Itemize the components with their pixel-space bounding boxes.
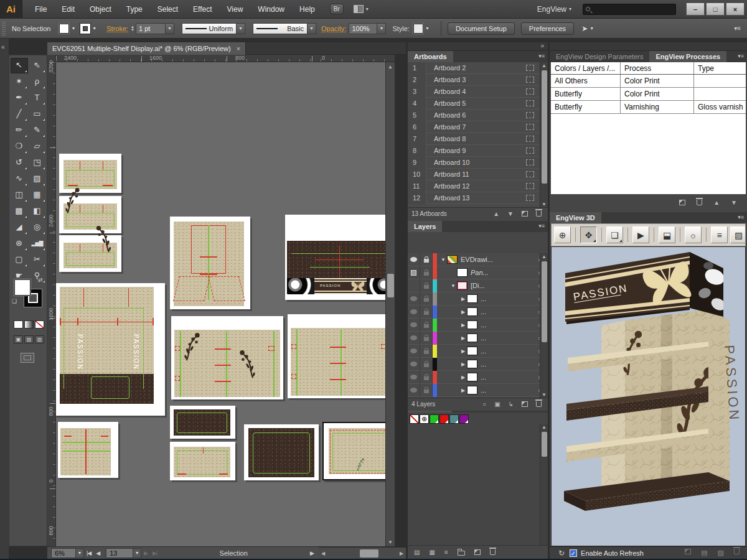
artboard-row[interactable]: 8Artboard 9 xyxy=(408,145,548,157)
chevron-down-icon[interactable]: ▼ xyxy=(71,26,75,30)
lighting-icon[interactable]: ☼ xyxy=(685,226,702,243)
artboard-canvas[interactable] xyxy=(244,424,319,480)
horizontal-ruler[interactable]: 240016008000 xyxy=(56,55,395,62)
tab-layers[interactable]: Layers xyxy=(408,221,442,232)
delete-swatch-icon[interactable] xyxy=(490,549,496,555)
scroll-up-icon[interactable]: ▲ xyxy=(386,62,395,71)
layer-row[interactable]: ▼[Di...○ xyxy=(408,279,548,292)
selection-tool[interactable]: ↖ xyxy=(11,58,28,73)
artboard-row[interactable]: 3Artboard 4 xyxy=(408,86,548,98)
processes-table[interactable]: Colors / Layers /...ProcessTypeAll Other… xyxy=(551,62,746,194)
layer-thumbnail[interactable] xyxy=(467,373,477,381)
scroll-up-icon[interactable]: ▲ xyxy=(540,61,548,70)
scrollbar-thumb[interactable] xyxy=(360,549,378,558)
delete-layer-icon[interactable] xyxy=(536,401,542,407)
pencil-tool[interactable]: ✎ xyxy=(29,123,46,138)
type-tool[interactable]: T xyxy=(29,90,46,106)
layer-name[interactable]: EVDrawi... xyxy=(461,256,532,263)
magic-wand-tool[interactable]: ✶ xyxy=(11,74,28,90)
vertical-ruler[interactable]: 3200240016008000800 xyxy=(47,62,56,546)
first-artboard-icon[interactable]: |◀ xyxy=(87,550,91,556)
visibility-toggle[interactable] xyxy=(408,306,420,319)
draw-inside-button[interactable]: ▥ xyxy=(35,335,44,343)
layers-icon[interactable]: ▤ xyxy=(701,549,707,557)
lock-toggle[interactable] xyxy=(420,332,433,345)
menu-select[interactable]: Select xyxy=(151,2,184,16)
close-tab-icon[interactable]: × xyxy=(237,45,240,52)
new-process-icon[interactable] xyxy=(679,200,685,205)
layer-name[interactable]: ... xyxy=(481,386,532,394)
column-header[interactable]: Colors / Layers /... xyxy=(551,62,621,74)
menu-file[interactable]: File xyxy=(29,2,53,16)
scroll-left-icon[interactable]: ◀ xyxy=(319,549,327,558)
visibility-toggle[interactable] xyxy=(408,332,420,345)
process-row[interactable]: ButterflyColor Print xyxy=(551,88,746,101)
document-setup-button[interactable]: Document Setup xyxy=(448,22,515,35)
artboard-icon[interactable] xyxy=(526,112,534,118)
down-icon[interactable]: ▼ xyxy=(731,199,737,206)
expand-icon[interactable]: ▶ xyxy=(459,296,467,302)
visibility-toggle[interactable] xyxy=(408,319,420,332)
delete-icon[interactable] xyxy=(734,549,740,554)
artboard-canvas[interactable] xyxy=(170,217,250,309)
lock-toggle[interactable] xyxy=(420,319,433,332)
blend-tool[interactable]: ◎ xyxy=(29,220,46,235)
lasso-tool[interactable]: ρ xyxy=(29,74,46,90)
artboard-canvas[interactable] xyxy=(170,442,235,480)
prev-artboard-icon[interactable]: ◀ xyxy=(96,550,100,556)
scroll-down-icon[interactable]: ▼ xyxy=(386,538,395,546)
panel-menu-icon[interactable]: ▾≡ xyxy=(538,53,545,59)
perspective-grid-tool[interactable]: ▦ xyxy=(29,187,46,203)
artboard-icon[interactable] xyxy=(526,77,534,83)
layer-thumbnail[interactable] xyxy=(457,268,467,277)
column-header[interactable]: Type xyxy=(694,62,746,74)
direct-selection-tool[interactable]: ⇖ xyxy=(29,58,46,73)
play-animation-icon[interactable]: ▶ xyxy=(632,226,649,243)
canvas-vertical-scrollbar[interactable]: ▲ ▼ xyxy=(385,62,395,546)
opacity-field[interactable]: 100% xyxy=(349,23,377,34)
artboard-canvas[interactable]: PASSION xyxy=(285,215,393,300)
menu-type[interactable]: Type xyxy=(120,2,149,16)
symbol-sprayer-tool[interactable]: ⊛ xyxy=(11,236,28,251)
mesh-tool[interactable]: ▩ xyxy=(11,203,28,219)
menu-view[interactable]: View xyxy=(221,2,250,16)
swatch-green[interactable] xyxy=(430,414,439,424)
layer-thumbnail[interactable] xyxy=(467,307,477,316)
expand-icon[interactable]: ▶ xyxy=(459,348,467,354)
none-button[interactable] xyxy=(35,320,44,329)
paintbrush-tool[interactable]: ✏ xyxy=(11,123,28,138)
artboard-icon[interactable] xyxy=(526,136,534,142)
solid-view-icon[interactable]: ❏ xyxy=(606,226,623,243)
color-button[interactable] xyxy=(14,320,23,329)
rotate-view-icon[interactable]: ✥ xyxy=(580,226,597,243)
layer-thumbnail[interactable] xyxy=(467,294,477,303)
fill-stroke-indicator[interactable]: ⇄ ❏ xyxy=(14,279,43,310)
shape-builder-tool[interactable]: ◫ xyxy=(11,187,28,203)
next-artboard-icon[interactable]: ▶ xyxy=(144,550,148,556)
artboard-icon[interactable] xyxy=(526,65,534,71)
move-down-icon[interactable]: ▼ xyxy=(507,210,514,217)
new-sublayer-icon[interactable]: ↳ xyxy=(509,401,514,408)
settings-list-icon[interactable]: ≡ xyxy=(711,226,728,243)
locate-object-icon[interactable]: ○ xyxy=(482,401,486,408)
column-graph-tool[interactable]: ▂▅▇ xyxy=(29,236,46,251)
artboard-icon[interactable] xyxy=(526,171,534,177)
move-up-icon[interactable]: ▲ xyxy=(493,210,499,217)
layer-name[interactable]: ... xyxy=(481,347,532,355)
rectangle-tool[interactable]: ▭ xyxy=(29,106,46,122)
artboard-icon[interactable] xyxy=(526,100,534,106)
expand-icon[interactable]: ▼ xyxy=(439,257,447,263)
layer-thumbnail[interactable] xyxy=(467,320,477,329)
engview3d-viewport[interactable]: PASSION PASSION xyxy=(551,246,746,546)
free-transform-tool[interactable]: ▧ xyxy=(29,171,46,187)
shaper-tool[interactable]: ❍ xyxy=(11,139,28,154)
lock-toggle[interactable] xyxy=(420,292,433,306)
layer-thumbnail[interactable] xyxy=(457,281,467,290)
tab-engview-processes[interactable]: EngView Processes xyxy=(649,51,726,62)
artboard-row[interactable]: 7Artboard 8 xyxy=(408,133,548,145)
layers-scrollbar[interactable]: ▲ ▼ xyxy=(540,253,548,398)
new-color-group-icon[interactable] xyxy=(458,551,465,556)
scrollbar-thumb[interactable] xyxy=(542,70,547,184)
stroke-color-swatch[interactable] xyxy=(80,24,90,34)
visibility-toggle[interactable] xyxy=(408,279,420,292)
